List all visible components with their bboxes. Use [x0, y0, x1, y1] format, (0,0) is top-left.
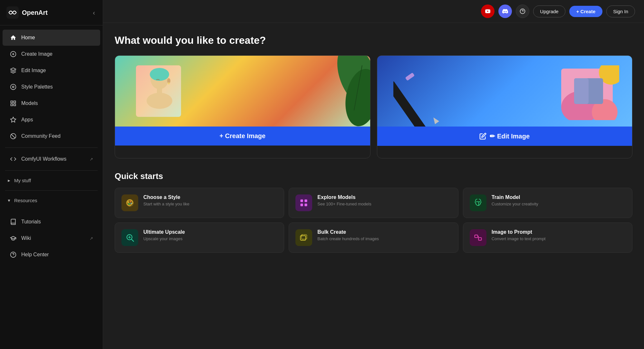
- svg-point-41: [128, 203, 130, 205]
- stylus-decoration: [393, 56, 490, 127]
- question-icon: [520, 8, 525, 14]
- sidebar-item-help-center[interactable]: Help Center: [3, 247, 100, 263]
- svg-point-6: [13, 86, 14, 88]
- youtube-icon: [485, 9, 490, 13]
- qs-train-model-text: Train Model Customize your creativity: [492, 194, 538, 206]
- layers-icon: [10, 67, 17, 74]
- sidebar-resources[interactable]: ▼ Resources: [0, 194, 103, 207]
- svg-marker-4: [11, 68, 16, 71]
- community-icon: [10, 133, 17, 140]
- sidebar: OpenArt ‹ Home Create Image Edit Image: [0, 0, 103, 349]
- edit-image-background: [377, 56, 632, 127]
- svg-rect-30: [405, 72, 415, 81]
- leaf-decoration: [312, 56, 370, 127]
- bulk-icon: [299, 233, 308, 242]
- qs-upscale-title: Ultimate Upscale: [143, 229, 185, 235]
- sidebar-item-comfyui-label: ComfyUI Workflows: [21, 156, 66, 162]
- sidebar-item-create-image[interactable]: Create Image: [3, 46, 100, 62]
- sidebar-item-wiki-label: Wiki: [21, 235, 31, 241]
- qs-explore-models[interactable]: Explore Models See 100+ Fine-tuned model…: [289, 188, 458, 218]
- collapse-sidebar-button[interactable]: ‹: [91, 8, 96, 18]
- svg-point-38: [128, 201, 129, 203]
- edit-image-preview: [377, 56, 632, 127]
- sidebar-item-models[interactable]: Models: [3, 95, 100, 111]
- qs-explore-models-icon: [295, 194, 312, 211]
- qs-train-model[interactable]: Train Model Customize your creativity: [463, 188, 632, 218]
- sidebar-item-style-palettes[interactable]: Style Palettes: [3, 79, 100, 95]
- qs-bulk-create-text: Bulk Create Batch create hundreds of ima…: [317, 229, 379, 241]
- upgrade-button[interactable]: Upgrade: [533, 5, 565, 17]
- sidebar-item-home[interactable]: Home: [3, 30, 100, 46]
- sidebar-item-edit-image[interactable]: Edit Image: [3, 62, 100, 79]
- qs-bulk-create-title: Bulk Create: [317, 229, 379, 235]
- create-button[interactable]: + Create: [569, 6, 603, 17]
- sidebar-item-apps-label: Apps: [21, 117, 33, 123]
- brain-icon: [474, 198, 483, 207]
- youtube-button[interactable]: [481, 5, 495, 18]
- signin-button[interactable]: Sign In: [606, 5, 635, 17]
- svg-rect-55: [475, 235, 477, 238]
- hero-cards: + Create Image: [115, 55, 632, 158]
- qs-train-model-title: Train Model: [492, 194, 538, 200]
- qs-explore-models-title: Explore Models: [317, 194, 371, 200]
- create-image-preview: [115, 56, 370, 127]
- sidebar-item-edit-image-label: Edit Image: [21, 68, 46, 73]
- sidebar-item-style-palettes-label: Style Palettes: [21, 84, 53, 90]
- star-icon: [10, 116, 17, 123]
- create-image-footer-label: + Create Image: [219, 132, 265, 140]
- edit-image-footer[interactable]: ✏ Edit Image: [377, 127, 632, 146]
- svg-rect-43: [305, 200, 307, 202]
- qs-ultimate-upscale[interactable]: Ultimate Upscale Upscale your images: [115, 222, 284, 253]
- sidebar-item-models-label: Models: [21, 100, 38, 106]
- openart-logo-icon: [6, 6, 19, 19]
- svg-marker-29: [431, 116, 439, 124]
- sidebar-item-tutorials[interactable]: Tutorials: [3, 214, 100, 230]
- svg-line-13: [11, 134, 15, 138]
- chevron-right-icon: ►: [7, 178, 11, 183]
- svg-rect-8: [14, 101, 16, 103]
- svg-point-27: [168, 82, 170, 84]
- qs-choose-style-icon: [121, 194, 138, 211]
- qs-choose-style-text: Choose a Style Start with a style you li…: [143, 194, 189, 206]
- grid-icon: [10, 100, 17, 107]
- grid-icon-qs: [299, 198, 308, 207]
- sidebar-item-comfyui[interactable]: ComfyUI Workflows ↗: [3, 151, 100, 167]
- svg-rect-53: [301, 236, 306, 240]
- main-content: Upgrade + Create Sign In What would you …: [103, 0, 644, 349]
- sidebar-item-apps[interactable]: Apps: [3, 112, 100, 128]
- svg-rect-9: [11, 104, 13, 106]
- sidebar-item-create-image-label: Create Image: [21, 51, 53, 57]
- qs-bulk-create-desc: Batch create hundreds of images: [317, 236, 379, 241]
- qs-img2prompt-desc: Convert image to text prompt: [492, 236, 546, 241]
- create-image-footer[interactable]: + Create Image: [115, 127, 370, 146]
- create-image-card[interactable]: + Create Image: [115, 55, 370, 158]
- sidebar-item-wiki[interactable]: Wiki ↗: [3, 230, 100, 246]
- book-icon: [10, 218, 17, 225]
- qs-img2prompt-title: Image to Prompt: [492, 229, 546, 235]
- sidebar-item-community-feed[interactable]: Community Feed: [3, 128, 100, 144]
- palette-icon-qs: [125, 198, 134, 207]
- qs-choose-style[interactable]: Choose a Style Start with a style you li…: [115, 188, 284, 218]
- svg-point-23: [150, 68, 169, 81]
- qs-bulk-create-icon: [295, 229, 312, 246]
- logo: OpenArt: [6, 6, 48, 19]
- edit-image-card[interactable]: ✏ Edit Image: [377, 55, 633, 158]
- qs-image-to-prompt[interactable]: Image to Prompt Convert image to text pr…: [463, 222, 632, 253]
- svg-rect-42: [301, 200, 303, 202]
- sidebar-item-help-center-label: Help Center: [21, 252, 49, 258]
- svg-rect-7: [11, 101, 13, 103]
- page-content: What would you like to create?: [103, 23, 644, 266]
- qs-bulk-create[interactable]: Bulk Create Batch create hundreds of ima…: [289, 222, 458, 253]
- discord-button[interactable]: [498, 5, 512, 18]
- sidebar-nav: Home Create Image Edit Image Style Palet…: [0, 25, 103, 211]
- sidebar-item-tutorials-label: Tutorials: [21, 219, 41, 225]
- external-link-icon: ↗: [90, 157, 93, 162]
- svg-rect-28: [393, 80, 430, 127]
- sidebar-my-stuff[interactable]: ► My stuff: [0, 174, 103, 187]
- page-title: What would you like to create?: [115, 34, 632, 46]
- woman-figure: [134, 62, 186, 123]
- help-center-button[interactable]: [516, 5, 529, 18]
- help-icon: [10, 251, 17, 258]
- geometric-shapes: [555, 65, 619, 120]
- qs-choose-style-desc: Start with a style you like: [143, 202, 189, 206]
